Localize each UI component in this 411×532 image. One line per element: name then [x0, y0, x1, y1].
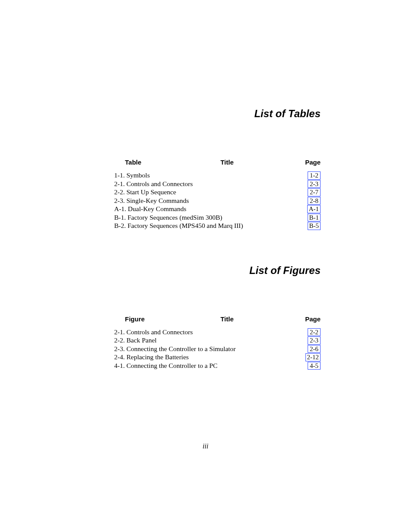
table-entry-title: Factory Sequences (MPS450 and Marq III) [128, 221, 243, 230]
figure-entry-title: Back Panel [126, 336, 156, 344]
table-entry-title: Start Up Sequence [126, 188, 176, 196]
figure-entry-title: Connecting the Controller to a Simulator [126, 345, 236, 353]
figures-header-figure: Figure [114, 315, 159, 323]
figure-entry-number: 2-4. [114, 353, 125, 361]
tables-header-title: Title [159, 159, 295, 166]
figures-header-title: Title [159, 315, 295, 323]
table-entry-page-link[interactable]: B-5 [308, 222, 321, 230]
table-entry-row: 1-1. Symbols1-2 [114, 171, 321, 180]
table-entry-page-link[interactable]: A-1 [307, 205, 321, 213]
figure-entry-title: Controls and Connectors [126, 328, 193, 336]
list-of-tables-heading: List of Tables [114, 108, 321, 120]
table-entry-title: Factory Sequences (medSim 300B) [128, 213, 222, 221]
figures-header-row: Figure Title Page [114, 315, 321, 323]
figure-entry-title: Connecting the Controller to a PC [126, 361, 217, 370]
table-entry-page-link[interactable]: B-1 [308, 214, 321, 222]
figure-entry-page-link[interactable]: 2-6 [308, 345, 321, 353]
table-entry-row: A-1. Dual-Key CommandsA-1 [114, 205, 321, 213]
table-entry-number: 2-3. [114, 196, 125, 205]
page-number: iii [0, 442, 411, 450]
figure-entry-row: 4-1. Connecting the Controller to a PC4-… [114, 361, 321, 370]
table-entry-title: Controls and Connectors [126, 180, 193, 188]
tables-header-row: Table Title Page [114, 159, 321, 166]
table-entry-page-link[interactable]: 2-7 [308, 188, 321, 196]
figure-entry-row: 2-2. Back Panel2-3 [114, 336, 321, 345]
figures-header-page: Page [295, 315, 321, 323]
figure-entry-row: 2-4. Replacing the Batteries2-12 [114, 353, 321, 361]
tables-entries: 1-1. Symbols1-22-1. Controls and Connect… [114, 171, 321, 230]
table-entry-number: 1-1. [114, 171, 125, 179]
table-entry-row: 2-3. Single-Key Commands2-8 [114, 196, 321, 205]
figure-entry-page-link[interactable]: 2-12 [305, 353, 321, 361]
figure-entry-row: 2-3. Connecting the Controller to a Simu… [114, 345, 321, 353]
table-entry-title: Dual-Key Commands [128, 205, 187, 213]
table-entry-number: B-1. [114, 213, 126, 221]
tables-header-table: Table [114, 159, 159, 166]
table-entry-title: Single-Key Commands [126, 196, 189, 205]
tables-header-page: Page [295, 159, 321, 166]
table-entry-page-link[interactable]: 2-8 [308, 197, 321, 205]
table-entry-row: B-1. Factory Sequences (medSim 300B)B-1 [114, 213, 321, 222]
table-entry-title: Symbols [126, 171, 149, 179]
list-of-figures-heading: List of Figures [114, 264, 321, 277]
figure-entry-number: 4-1. [114, 361, 125, 370]
figure-entry-number: 2-3. [114, 345, 125, 353]
figure-entry-page-link[interactable]: 4-5 [308, 362, 321, 370]
table-entry-number: 2-2. [114, 188, 125, 196]
figure-entry-row: 2-1. Controls and Connectors2-2 [114, 328, 321, 336]
table-entry-number: 2-1. [114, 180, 125, 188]
table-entry-row: 2-2. Start Up Sequence2-7 [114, 188, 321, 196]
table-entry-number: B-2. [114, 221, 126, 230]
table-entry-number: A-1. [114, 205, 126, 213]
table-entry-row: 2-1. Controls and Connectors2-3 [114, 180, 321, 188]
table-entry-row: B-2. Factory Sequences (MPS450 and Marq … [114, 221, 321, 230]
figure-entry-number: 2-1. [114, 328, 125, 336]
figure-entry-number: 2-2. [114, 336, 125, 344]
figure-entry-title: Replacing the Batteries [126, 353, 189, 361]
table-entry-page-link[interactable]: 1-2 [308, 171, 321, 180]
figures-entries: 2-1. Controls and Connectors2-22-2. Back… [114, 328, 321, 370]
figure-entry-page-link[interactable]: 2-3 [308, 336, 321, 345]
figure-entry-page-link[interactable]: 2-2 [308, 328, 321, 336]
table-entry-page-link[interactable]: 2-3 [308, 180, 321, 188]
